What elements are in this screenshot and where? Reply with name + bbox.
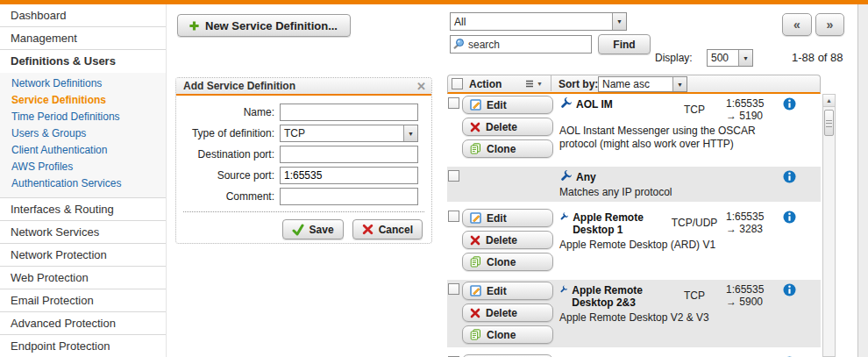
info-icon[interactable] <box>783 170 796 183</box>
chevron-down-icon <box>612 13 626 30</box>
clone-button[interactable]: Clone <box>462 139 553 158</box>
sidebar-item-time-period-definitions[interactable]: Time Period Definitions <box>0 109 166 125</box>
row-checkbox[interactable] <box>448 283 459 295</box>
service-list: EditDeleteCloneAOL IMTCP1:65535→ 5190AOL… <box>447 94 821 357</box>
sort-select[interactable]: Name asc <box>598 76 687 92</box>
info-icon[interactable] <box>783 283 796 296</box>
search-icon <box>452 38 465 50</box>
service-row-any: AnyMatches any IP protocol <box>447 167 821 202</box>
action-column-header: Action <box>469 78 502 90</box>
display-label: Display: <box>655 52 693 64</box>
add-service-definition-panel: Add Service Definition ✕ Name:Type of de… <box>175 77 432 244</box>
wrench-icon <box>559 97 572 110</box>
display-count-value: 500 <box>708 50 738 66</box>
form-actions: Save Cancel <box>176 219 431 239</box>
service-name: Any <box>576 170 596 183</box>
comment-input[interactable] <box>280 188 418 205</box>
service-description: Apple Remote Desktop V2 & V3 <box>559 311 789 325</box>
list-scrollbar[interactable] <box>822 94 836 357</box>
sidebar-item-users-groups[interactable]: Users & Groups <box>0 125 166 142</box>
row-actions: EditDeleteClone <box>462 209 553 275</box>
app-window: DashboardManagementDefinitions & UsersNe… <box>0 0 868 357</box>
new-service-definition-button[interactable]: New Service Definition... <box>177 14 351 37</box>
select-all-checkbox[interactable] <box>452 78 463 89</box>
delete-icon <box>470 122 480 132</box>
next-page-button[interactable]: » <box>815 13 844 36</box>
chevron-down-icon <box>738 50 752 66</box>
field-label: Name: <box>176 106 274 118</box>
delete-button[interactable]: Delete <box>462 231 553 249</box>
edit-icon <box>470 285 481 296</box>
row-actions: EditDeleteClone <box>462 96 553 161</box>
sidebar-item-network-services[interactable]: Network Services <box>0 221 166 244</box>
field-label: Source port: <box>176 169 274 182</box>
info-icon[interactable] <box>783 211 796 224</box>
sidebar-item-network-protection[interactable]: Network Protection <box>0 244 166 267</box>
edit-button[interactable]: Edit <box>462 209 553 227</box>
sidebar-item-email-protection[interactable]: Email Protection <box>0 289 166 312</box>
sidebar-item-dashboard[interactable]: Dashboard <box>0 4 166 27</box>
clone-icon <box>470 256 481 268</box>
sidebar-item-client-authentication[interactable]: Client Authentication <box>0 142 166 159</box>
service-ports: 1:65535→ 3283 <box>726 211 777 235</box>
list-icon <box>525 80 534 88</box>
close-icon[interactable]: ✕ <box>416 81 426 92</box>
display-count-select[interactable]: 500 <box>707 49 753 67</box>
type-of-definition-select[interactable]: TCP <box>280 125 418 142</box>
edit-button[interactable]: Edit <box>462 282 553 300</box>
service-name: Apple Remote Desktop 2&3 <box>572 283 663 309</box>
result-range: 1-88 of 88 <box>792 51 843 64</box>
row-content: 1:65535 <box>559 353 821 357</box>
sidebar-item-service-definitions[interactable]: Service Definitions <box>0 92 166 109</box>
prev-page-button[interactable]: « <box>782 13 812 36</box>
service-row-aol-im: EditDeleteCloneAOL IMTCP1:65535→ 5190AOL… <box>447 94 821 161</box>
find-button[interactable]: Find <box>598 34 651 54</box>
service-protocol <box>663 170 726 176</box>
edit-button[interactable]: Edit <box>462 96 553 114</box>
save-button[interactable]: Save <box>282 219 344 239</box>
sidebar-item-management[interactable]: Management <box>0 27 166 50</box>
sidebar-item-definitions-users[interactable]: Definitions & Users <box>0 50 166 73</box>
x-icon <box>362 224 374 235</box>
name-input[interactable] <box>280 104 418 121</box>
sidebar: DashboardManagementDefinitions & UsersNe… <box>0 4 167 357</box>
sidebar-item-advanced-protection[interactable]: Advanced Protection <box>0 312 166 335</box>
row-checkbox[interactable] <box>448 211 459 222</box>
service-protocol: TCP <box>663 283 726 302</box>
info-icon[interactable] <box>783 97 796 111</box>
cancel-button[interactable]: Cancel <box>352 219 423 239</box>
delete-button[interactable]: Delete <box>462 303 553 322</box>
page-edge <box>857 4 868 357</box>
service-description: Apple Remote Desktop (ARD) V1 <box>559 239 789 252</box>
row-checkbox[interactable] <box>448 97 459 109</box>
form-row: Destination port: <box>176 146 431 163</box>
scrollbar-thumb[interactable] <box>824 110 834 136</box>
search-box <box>450 35 592 54</box>
clone-icon <box>470 329 481 340</box>
sidebar-item-interfaces-routing[interactable]: Interfaces & Routing <box>0 198 166 221</box>
sidebar-subsection: Network DefinitionsService DefinitionsTi… <box>0 73 166 198</box>
row-content: Apple Remote Desktop 1TCP/UDP1:65535→ 32… <box>559 207 821 252</box>
source-port-input[interactable] <box>280 167 418 184</box>
field-label: Destination port: <box>176 148 274 161</box>
clone-button[interactable]: Clone <box>462 253 553 271</box>
list-header: Action Sort by: Name asc <box>447 75 821 94</box>
sidebar-item-web-protection[interactable]: Web Protection <box>0 267 166 289</box>
sidebar-item-endpoint-protection[interactable]: Endpoint Protection <box>0 335 166 357</box>
clone-button[interactable]: Clone <box>462 325 553 344</box>
type-filter-select[interactable]: All <box>450 12 627 31</box>
search-input[interactable] <box>450 35 592 54</box>
row-checkbox[interactable] <box>448 170 459 182</box>
delete-button[interactable]: Delete <box>462 118 553 136</box>
service-description: Matches any IP protocol <box>559 186 789 199</box>
form-row: Source port: <box>176 167 431 184</box>
batch-action-menu[interactable] <box>525 80 543 88</box>
sidebar-item-authentication-services[interactable]: Authentication Services <box>0 175 166 192</box>
sidebar-item-network-definitions[interactable]: Network Definitions <box>0 75 166 92</box>
destination-port-input[interactable] <box>280 146 418 163</box>
scroll-up-arrow-icon[interactable] <box>823 95 835 107</box>
service-protocol: TCP <box>663 97 726 116</box>
sidebar-item-aws-profiles[interactable]: AWS Profiles <box>0 159 166 175</box>
field-label: Type of definition: <box>176 127 274 139</box>
form-row: Type of definition:TCP <box>176 125 431 142</box>
